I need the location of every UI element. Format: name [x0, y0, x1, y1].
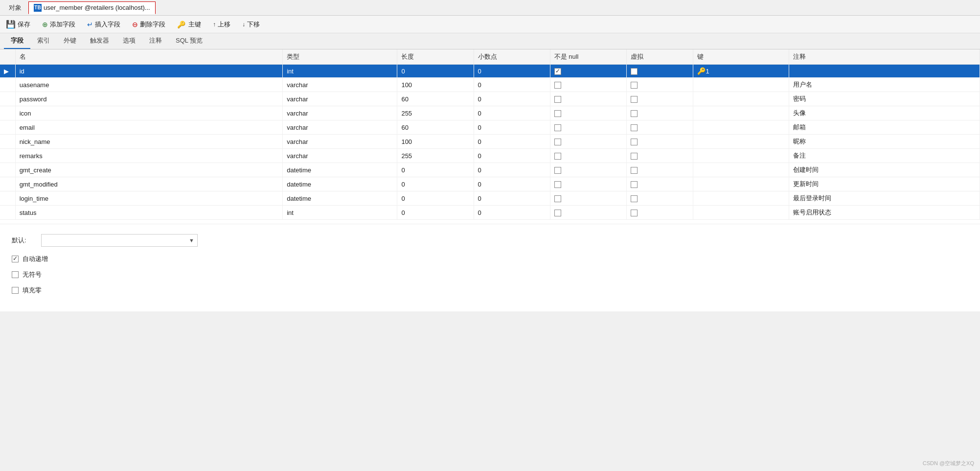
field-virtual[interactable] — [626, 135, 693, 149]
notnull-checkbox[interactable] — [554, 124, 561, 131]
notnull-checkbox[interactable] — [554, 195, 561, 202]
notnull-checkbox[interactable] — [554, 167, 561, 174]
field-decimal[interactable]: 0 — [474, 163, 550, 177]
notnull-checkbox[interactable] — [554, 68, 561, 75]
field-type[interactable]: varchar — [283, 106, 397, 120]
virtual-checkbox[interactable] — [631, 110, 638, 117]
field-name[interactable]: status — [15, 206, 282, 220]
tab-objects[interactable]: 对象 — [4, 1, 26, 14]
field-notnull[interactable] — [550, 191, 626, 206]
field-type[interactable]: int — [283, 206, 397, 220]
field-length[interactable]: 0 — [397, 206, 474, 220]
field-decimal[interactable]: 0 — [474, 149, 550, 163]
field-virtual[interactable] — [626, 65, 693, 78]
field-name[interactable]: remarks — [15, 149, 282, 163]
field-type[interactable]: datetime — [283, 191, 397, 206]
unsigned-checkbox[interactable] — [12, 271, 19, 278]
field-decimal[interactable]: 0 — [474, 78, 550, 92]
move-down-button[interactable]: ↓ 下移 — [240, 19, 262, 30]
virtual-checkbox[interactable] — [631, 82, 638, 89]
virtual-checkbox[interactable] — [631, 139, 638, 145]
table-row[interactable]: statusint00账号启用状态 — [0, 206, 980, 220]
field-name[interactable]: gmt_create — [15, 163, 282, 177]
field-decimal[interactable]: 0 — [474, 135, 550, 149]
notnull-checkbox[interactable] — [554, 96, 561, 103]
field-decimal[interactable]: 0 — [474, 65, 550, 78]
field-notnull[interactable] — [550, 206, 626, 220]
field-virtual[interactable] — [626, 92, 693, 106]
virtual-checkbox[interactable] — [631, 153, 638, 160]
field-name[interactable]: gmt_modified — [15, 177, 282, 191]
notnull-checkbox[interactable] — [554, 153, 561, 160]
table-row[interactable]: gmt_createdatetime00创建时间 — [0, 163, 980, 177]
field-length[interactable]: 255 — [397, 149, 474, 163]
field-decimal[interactable]: 0 — [474, 206, 550, 220]
auto-increment-row[interactable]: 自动递增 — [12, 255, 968, 263]
field-notnull[interactable] — [550, 177, 626, 191]
tab-triggers[interactable]: 触发器 — [83, 33, 116, 49]
save-button[interactable]: 💾 保存 — [4, 19, 32, 30]
field-notnull[interactable] — [550, 65, 626, 78]
field-virtual[interactable] — [626, 191, 693, 206]
field-decimal[interactable]: 0 — [474, 177, 550, 191]
field-notnull[interactable] — [550, 135, 626, 149]
tab-sql-preview[interactable]: SQL 预览 — [169, 33, 209, 49]
field-type[interactable]: varchar — [283, 135, 397, 149]
table-row[interactable]: remarksvarchar2550备注 — [0, 149, 980, 163]
tab-active-table[interactable]: TB user_member @retailers (localhost)... — [28, 1, 156, 14]
unsigned-row[interactable]: 无符号 — [12, 270, 968, 279]
field-type[interactable]: varchar — [283, 149, 397, 163]
delete-field-button[interactable]: ⊖ 删除字段 — [130, 19, 167, 30]
insert-field-button[interactable]: ↵ 插入字段 — [85, 19, 122, 30]
virtual-checkbox[interactable] — [631, 210, 638, 216]
tab-comments[interactable]: 注释 — [142, 33, 169, 49]
field-virtual[interactable] — [626, 163, 693, 177]
field-name[interactable]: id — [15, 65, 282, 78]
virtual-checkbox[interactable] — [631, 167, 638, 174]
field-virtual[interactable] — [626, 106, 693, 120]
notnull-checkbox[interactable] — [554, 181, 561, 188]
field-length[interactable]: 100 — [397, 135, 474, 149]
zerofill-row[interactable]: 填充零 — [12, 286, 968, 295]
tab-fields[interactable]: 字段 — [4, 33, 30, 49]
field-type[interactable]: datetime — [283, 177, 397, 191]
field-length[interactable]: 0 — [397, 191, 474, 206]
table-row[interactable]: login_timedatetime00最后登录时间 — [0, 191, 980, 206]
add-field-button[interactable]: ⊕ 添加字段 — [40, 19, 77, 30]
field-type[interactable]: varchar — [283, 78, 397, 92]
field-name[interactable]: icon — [15, 106, 282, 120]
field-notnull[interactable] — [550, 163, 626, 177]
field-type[interactable]: varchar — [283, 92, 397, 106]
field-type[interactable]: datetime — [283, 163, 397, 177]
field-virtual[interactable] — [626, 177, 693, 191]
virtual-checkbox[interactable] — [631, 181, 638, 188]
field-name[interactable]: nick_name — [15, 135, 282, 149]
field-name[interactable]: uasename — [15, 78, 282, 92]
field-length[interactable]: 0 — [397, 65, 474, 78]
table-row[interactable]: nick_namevarchar1000昵称 — [0, 135, 980, 149]
notnull-checkbox[interactable] — [554, 110, 561, 117]
virtual-checkbox[interactable] — [631, 96, 638, 103]
field-decimal[interactable]: 0 — [474, 92, 550, 106]
field-type[interactable]: int — [283, 65, 397, 78]
field-decimal[interactable]: 0 — [474, 120, 550, 135]
tab-options[interactable]: 选项 — [116, 33, 142, 49]
field-name[interactable]: password — [15, 92, 282, 106]
field-virtual[interactable] — [626, 78, 693, 92]
zerofill-checkbox[interactable] — [12, 287, 19, 294]
field-notnull[interactable] — [550, 120, 626, 135]
field-length[interactable]: 100 — [397, 78, 474, 92]
field-virtual[interactable] — [626, 149, 693, 163]
field-length[interactable]: 0 — [397, 177, 474, 191]
default-select[interactable]: ▼ — [41, 234, 198, 247]
field-length[interactable]: 60 — [397, 120, 474, 135]
field-type[interactable]: varchar — [283, 120, 397, 135]
tab-foreign-keys[interactable]: 外键 — [57, 33, 83, 49]
virtual-checkbox[interactable] — [631, 124, 638, 131]
tab-indexes[interactable]: 索引 — [30, 33, 57, 49]
table-row[interactable]: ▶idint00🔑1 — [0, 65, 980, 78]
field-notnull[interactable] — [550, 106, 626, 120]
field-notnull[interactable] — [550, 78, 626, 92]
field-virtual[interactable] — [626, 206, 693, 220]
notnull-checkbox[interactable] — [554, 82, 561, 89]
